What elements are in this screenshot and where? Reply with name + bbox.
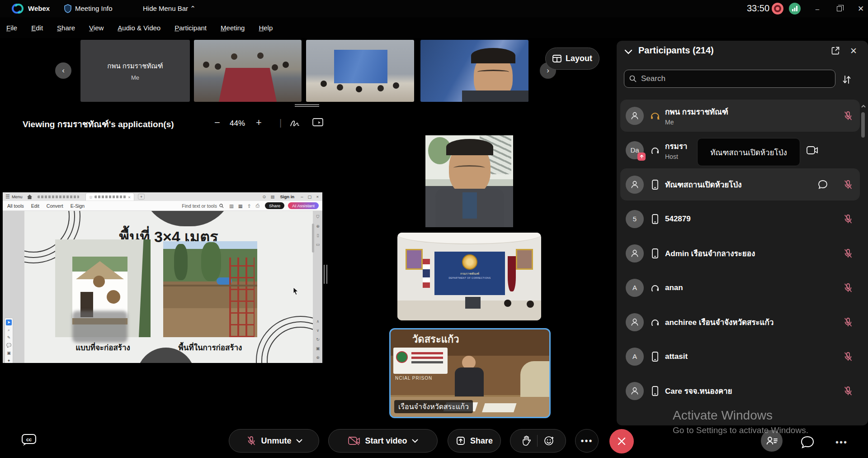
- hamburger-icon[interactable]: ☰: [5, 194, 10, 200]
- nav-down-icon[interactable]: ∨: [316, 328, 320, 333]
- filmstrip-video-tile-1[interactable]: [194, 40, 302, 102]
- reactions-button[interactable]: [510, 429, 566, 453]
- mic-muted-icon[interactable]: [843, 248, 854, 259]
- filmstrip-resize-handle[interactable]: [295, 104, 319, 107]
- filmstrip-prev-button[interactable]: ‹: [55, 62, 71, 79]
- participant-row[interactable]: Admin เรือนจำกลางระยอง: [620, 237, 860, 269]
- nav-up-icon[interactable]: ∧: [316, 319, 320, 324]
- highlight-tool-icon[interactable]: ▣: [6, 350, 12, 356]
- filmstrip-video-tile-2[interactable]: [306, 40, 414, 102]
- start-video-button[interactable]: Start video: [328, 429, 438, 453]
- search-input[interactable]: [640, 74, 812, 84]
- participant-row[interactable]: กพน กรมราชทัณฑ์Me: [620, 100, 860, 132]
- filmstrip-video-tile-3[interactable]: [420, 40, 528, 102]
- camera-on-icon[interactable]: [807, 146, 818, 155]
- chevron-down-icon[interactable]: [296, 439, 302, 443]
- pen-tool-icon[interactable]: ✎: [6, 335, 12, 341]
- ai-assistant-button[interactable]: AI Assistant: [288, 202, 319, 209]
- fit-icon[interactable]: ▣: [316, 346, 320, 351]
- thumbnail-icon[interactable]: ▭: [316, 242, 320, 247]
- emoji-icon[interactable]: [538, 435, 561, 446]
- attachment-icon[interactable]: ⊕: [316, 224, 320, 229]
- find-text-field[interactable]: Find text or tools: [182, 203, 217, 209]
- chevron-down-icon[interactable]: [412, 439, 418, 443]
- upload-icon[interactable]: ⇧: [247, 203, 251, 209]
- zoom-out-button[interactable]: −: [214, 117, 220, 129]
- panel-scrollbar[interactable]: [861, 104, 865, 421]
- participant-row[interactable]: Care รจจ.หนองคาย: [620, 375, 860, 407]
- scrollbar-thumb[interactable]: [861, 112, 865, 138]
- comment-tool-icon[interactable]: 💬: [6, 343, 12, 348]
- convert-button[interactable]: Convert: [47, 203, 63, 209]
- participants-search[interactable]: [624, 70, 835, 88]
- menu-edit[interactable]: Edit: [31, 24, 43, 32]
- edit-button[interactable]: Edit: [31, 203, 39, 209]
- menu-meeting[interactable]: Meeting: [221, 24, 245, 32]
- menu-view[interactable]: View: [89, 24, 104, 32]
- leave-meeting-button[interactable]: [609, 429, 634, 453]
- all-tools-button[interactable]: All tools: [7, 203, 24, 209]
- share-button[interactable]: Share: [448, 429, 501, 453]
- participant-row[interactable]: anchiree เรือนจำจังหวัดสระแก้ว: [620, 306, 860, 338]
- search-icon[interactable]: [219, 204, 224, 208]
- participant-row[interactable]: A anan: [620, 272, 860, 304]
- zoom-in-button[interactable]: +: [256, 117, 262, 129]
- filmstrip-self-tile[interactable]: กพน กรมราชทัณฑ์ Me: [80, 40, 190, 102]
- menu-audio-video[interactable]: Audio & Video: [118, 24, 160, 32]
- video-feed-2[interactable]: กรมราชทัณฑ์ DEPARTMENT OF CORRECTIONS: [397, 233, 541, 320]
- tab-close-icon[interactable]: ×: [128, 195, 131, 200]
- more-panels-button[interactable]: •••: [835, 440, 848, 444]
- new-tab-button[interactable]: +: [138, 194, 145, 200]
- restore-button[interactable]: [829, 0, 849, 17]
- participant-row[interactable]: ทัณฑสถานเปิดห้วยโป่ง: [620, 168, 860, 200]
- panel-close-icon[interactable]: ✕: [850, 46, 857, 56]
- help-circle-icon[interactable]: ⊙: [263, 194, 266, 199]
- esign-button[interactable]: E-Sign: [71, 203, 85, 209]
- meeting-info-button[interactable]: Meeting Info: [75, 5, 113, 12]
- acrobat-close-icon[interactable]: ×: [316, 194, 319, 199]
- sharing-screen-icon[interactable]: [312, 118, 324, 128]
- participant-row[interactable]: 5 542879: [620, 203, 860, 235]
- print-icon[interactable]: ⎙: [256, 203, 259, 209]
- video-feed-3-active[interactable]: วัดสระแก้ว NCIAL PRISON เรือนจำจังหวัดสร…: [389, 328, 551, 418]
- document-tab-inactive[interactable]: [38, 196, 79, 198]
- acrobat-sign-in-button[interactable]: Sign in: [280, 194, 294, 199]
- mic-muted-icon[interactable]: [843, 351, 854, 362]
- layout-button[interactable]: Layout: [545, 48, 599, 70]
- collapse-chevron-icon[interactable]: [624, 49, 633, 55]
- stage-resize-handle[interactable]: [324, 265, 327, 284]
- annotate-icon[interactable]: [289, 119, 300, 128]
- select-tool-icon[interactable]: ➤: [6, 320, 12, 325]
- acrobat-share-button[interactable]: Share: [265, 202, 284, 209]
- chat-icon[interactable]: [817, 179, 828, 190]
- mic-muted-icon[interactable]: [843, 317, 854, 328]
- mic-muted-icon[interactable]: [843, 110, 854, 121]
- document-tab-active[interactable]: ☆ ×: [85, 193, 134, 200]
- mic-muted-icon[interactable]: [843, 214, 854, 224]
- mic-muted-icon[interactable]: [843, 179, 854, 190]
- home-icon[interactable]: [27, 195, 32, 199]
- mic-muted-icon[interactable]: [843, 386, 854, 396]
- popout-icon[interactable]: [831, 46, 840, 55]
- layers-icon[interactable]: ▯: [317, 233, 319, 238]
- grid-icon[interactable]: ▦: [238, 203, 243, 209]
- acrobat-minimize-icon[interactable]: –: [301, 194, 303, 199]
- sort-icon[interactable]: [842, 75, 852, 84]
- more-options-button[interactable]: •••: [575, 429, 599, 453]
- bookmark-icon[interactable]: ⛉: [316, 215, 320, 219]
- apps-icon[interactable]: ▤: [271, 194, 275, 199]
- zoom-in-icon[interactable]: ⊕: [316, 355, 320, 360]
- acrobat-restore-icon[interactable]: ▢: [307, 194, 311, 199]
- menu-file[interactable]: File: [6, 24, 17, 32]
- acrobat-scrollbar-thumb[interactable]: [312, 224, 314, 253]
- unmute-button[interactable]: Unmute: [229, 429, 319, 453]
- star-icon[interactable]: ☆: [89, 195, 93, 200]
- hide-menu-bar-button[interactable]: Hide Menu Bar ⌃: [143, 5, 196, 13]
- menu-share[interactable]: Share: [57, 24, 75, 32]
- closed-captions-icon[interactable]: cc: [21, 433, 37, 447]
- menu-help[interactable]: Help: [259, 24, 273, 32]
- acrobat-menu-label[interactable]: Menu: [12, 194, 23, 199]
- menu-participant[interactable]: Participant: [175, 24, 207, 32]
- stamp-tool-icon[interactable]: ✦: [6, 358, 12, 363]
- participant-row[interactable]: A attasit: [620, 340, 860, 372]
